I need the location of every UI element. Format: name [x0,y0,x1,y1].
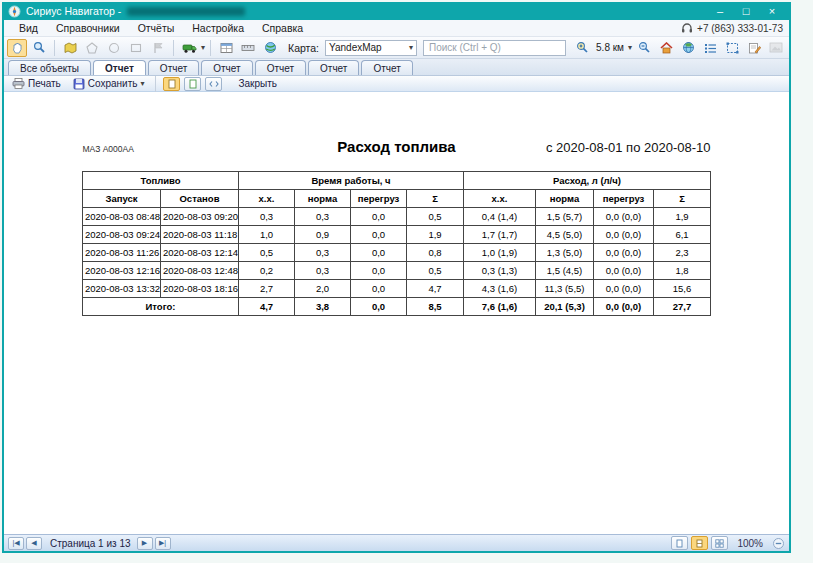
table-row: 2020-08-03 11:262020-08-03 12:140,50,30,… [82,244,710,262]
table-cell: 1,0 [239,226,295,244]
flag-button[interactable] [148,39,168,57]
table-cell: 0,0 (0,0) [594,208,654,226]
globe-tracks-button[interactable] [260,39,280,57]
zoom-out-button[interactable] [634,39,654,57]
list-view-button[interactable] [700,39,720,57]
map-scale-value[interactable]: 5.8 км [596,42,624,53]
table-cell: 0,0 [351,226,407,244]
table-cell: 2,3 [654,244,711,262]
table-cell: 2020-08-03 12:16 [82,262,160,280]
table-cell: 0,3 [295,208,351,226]
group-header-fuel: Топливо [82,172,238,190]
minimize-button[interactable]: – [707,3,733,19]
home-button[interactable] [656,39,676,57]
tab-all-objects[interactable]: Все объекты [8,60,91,75]
col-norm-fuel: норма [536,190,594,208]
close-report-button[interactable]: Закрыть [234,77,281,91]
table-cell: 1,9 [407,226,464,244]
total-overload-fuel: 0,0 (0,0) [594,298,654,316]
save-dropdown-caret[interactable]: ▾ [140,79,144,88]
table-cell: 2,0 [295,280,351,298]
zoom-tool-button[interactable] [29,39,49,57]
tab-report[interactable]: Отчет [201,60,252,75]
table-cell: 1,8 [654,262,711,280]
table-cell: 2020-08-03 13:32 [82,280,160,298]
map-provider-select[interactable]: YandexMap ▾ [325,40,417,56]
save-button[interactable]: Сохранить ▾ [69,77,149,91]
draw-circle-button[interactable] [104,39,124,57]
menu-item-help[interactable]: Справка [253,22,312,34]
photo-button[interactable] [766,39,786,57]
vehicle-dropdown-caret[interactable]: ▾ [201,43,205,52]
menu-item-view[interactable]: Вид [10,22,47,34]
page-view-width-button[interactable] [205,77,222,91]
ruler-icon[interactable] [238,39,258,57]
tab-label: Отчет [213,63,240,74]
chevron-down-icon: ▾ [409,43,413,52]
table-cell: 0,0 [351,262,407,280]
total-overload-time: 0,0 [351,298,407,316]
view-fit-page-button[interactable] [691,536,708,550]
prev-page-button[interactable]: ◀ [26,537,42,550]
totals-row: Итого: 4,7 3,8 0,0 8,5 7,6 (1,6) 20,1 (5… [82,298,710,316]
toolbar-separator [210,40,211,56]
menu-item-reports[interactable]: Отчёты [129,22,184,34]
view-multi-page-button[interactable] [711,536,728,550]
tab-report[interactable]: Отчет [148,60,199,75]
globe-icon[interactable] [678,39,698,57]
pan-hand-tool-button[interactable] [7,39,27,57]
table-report-button[interactable] [216,39,236,57]
table-cell: 0,5 [407,262,464,280]
selection-frame-button[interactable] [722,39,742,57]
table-cell: 0,0 [351,280,407,298]
next-page-button[interactable]: ▶ [137,537,153,550]
tab-report[interactable]: Отчет [308,60,359,75]
print-button[interactable]: Печать [8,77,65,91]
table-cell: 2020-08-03 09:24 [82,226,160,244]
table-cell: 2020-08-03 09:20 [160,208,238,226]
table-cell: 0,0 (0,0) [594,244,654,262]
col-start: Запуск [82,190,160,208]
table-cell: 0,3 [295,262,351,280]
total-norm-time: 3,8 [295,298,351,316]
last-page-button[interactable]: ▶| [155,537,171,550]
table-cell: 0,5 [239,244,295,262]
draw-rectangle-button[interactable] [126,39,146,57]
first-page-button[interactable]: |◀ [8,537,24,550]
table-row: 2020-08-03 12:162020-08-03 12:480,20,30,… [82,262,710,280]
menu-item-settings[interactable]: Настройка [183,22,253,34]
map-edit-button[interactable] [60,39,80,57]
edit-note-button[interactable] [744,39,764,57]
search-input[interactable]: Поиск (Ctrl + Q) [423,40,566,56]
close-report-label: Закрыть [238,78,277,89]
close-button[interactable]: × [759,3,785,19]
page-view-fit-button[interactable] [184,77,201,91]
tab-report[interactable]: Отчет [361,60,412,75]
vehicle-label: МАЗ A000AA [83,144,338,154]
redacted-title-text [127,7,245,16]
report-period: с 2020-08-01 по 2020-08-10 [456,140,711,155]
menu-item-directories[interactable]: Справочники [47,22,129,34]
draw-polygon-button[interactable] [82,39,102,57]
page-view-single-button[interactable] [163,77,180,91]
scale-dropdown-caret[interactable]: ▾ [628,43,632,52]
title-bar: Сириус Навигатор - – □ × [4,2,789,20]
tab-label: Отчет [373,63,400,74]
screenshot-stage: Сириус Навигатор - – □ × Вид Справочники… [0,0,813,563]
col-overload-fuel: перегруз [594,190,654,208]
zoom-in-button[interactable] [572,39,592,57]
zoom-out-slider-button[interactable] [772,537,785,550]
report-toolbar: Печать Сохранить ▾ Закрыть [4,76,789,92]
table-cell: 0,3 [295,244,351,262]
maximize-button[interactable]: □ [733,3,759,19]
tab-report[interactable]: Отчет [255,60,306,75]
table-cell: 0,0 [351,208,407,226]
table-cell: 1,3 (5,0) [536,244,594,262]
vehicle-button[interactable] [179,39,199,57]
map-label: Карта: [288,42,319,54]
total-sum-time: 8,5 [407,298,464,316]
tab-report-active[interactable]: Отчет [93,60,146,75]
report-title: Расход топлива [337,138,455,155]
view-single-page-button[interactable] [671,536,688,550]
toolbar-separator [173,40,174,56]
